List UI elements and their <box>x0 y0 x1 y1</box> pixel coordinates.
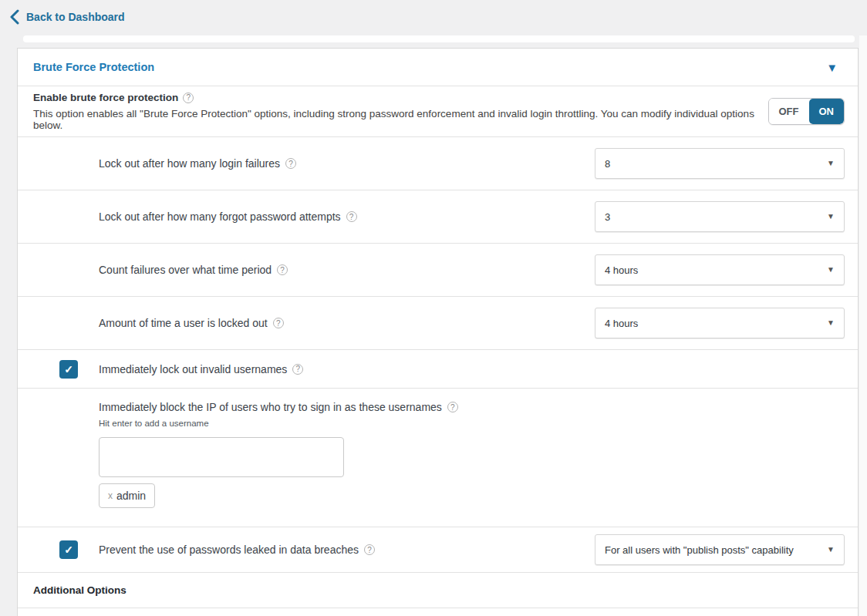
help-icon[interactable]: ? <box>292 364 303 375</box>
failure-time-period-row: Count failures over what time period ? 4… <box>18 244 858 297</box>
back-to-dashboard-link[interactable]: Back to Dashboard <box>9 9 125 25</box>
horizontal-scrollbar[interactable] <box>23 35 855 42</box>
select-caret-icon: ▼ <box>827 319 835 327</box>
collapse-caret-icon[interactable]: ▼ <box>826 62 838 73</box>
banned-usernames-input[interactable] <box>99 437 344 477</box>
help-icon[interactable]: ? <box>273 318 284 328</box>
back-link-label: Back to Dashboard <box>26 11 125 23</box>
remove-tag-icon[interactable]: x <box>108 490 113 501</box>
leaked-passwords-label: Prevent the use of passwords leaked in d… <box>99 544 359 556</box>
additional-options-title: Additional Options <box>33 584 127 596</box>
vertical-scrollbar[interactable] <box>859 35 867 616</box>
login-failures-value: 8 <box>605 158 610 170</box>
select-caret-icon: ▼ <box>827 546 835 554</box>
banned-usernames-row: Immediately block the IP of users who tr… <box>18 389 858 527</box>
enable-brute-force-row: Enable brute force protection ? This opt… <box>18 86 858 137</box>
enable-description: This option enables all "Brute Force Pro… <box>33 108 757 131</box>
forgot-password-attempts-row: Lock out after how many forgot password … <box>18 190 858 244</box>
brute-force-protection-panel: Brute Force Protection ▼ Enable brute fo… <box>17 48 859 616</box>
lockout-duration-select[interactable]: 4 hours ▼ <box>595 308 845 338</box>
failure-time-period-select[interactable]: 4 hours ▼ <box>595 254 845 285</box>
invalid-usernames-label: Immediately lock out invalid usernames <box>99 363 287 375</box>
help-icon[interactable]: ? <box>447 402 458 412</box>
failure-time-period-label: Count failures over what time period <box>99 264 272 276</box>
select-caret-icon: ▼ <box>827 160 835 167</box>
lockout-duration-row: Amount of time a user is locked out ? 4 … <box>18 297 858 350</box>
leaked-passwords-scope-value: For all users with "publish posts" capab… <box>605 544 794 556</box>
help-icon[interactable]: ? <box>183 93 194 103</box>
enable-toggle[interactable]: OFF ON <box>768 98 845 125</box>
additional-options-header[interactable]: Additional Options <box>18 573 858 608</box>
settings-page: Back to Dashboard Brute Force Protection… <box>0 0 867 616</box>
back-chevron-icon <box>9 9 19 25</box>
section-title: Brute Force Protection <box>33 61 154 73</box>
username-tag-label: admin <box>116 490 146 502</box>
lockout-duration-label: Amount of time a user is locked out <box>99 317 268 329</box>
forgot-password-attempts-select[interactable]: 3 ▼ <box>595 201 845 232</box>
forgot-password-attempts-label: Lock out after how many forgot password … <box>99 210 341 223</box>
toggle-off-button[interactable]: OFF <box>769 99 809 124</box>
help-icon[interactable]: ? <box>364 544 375 555</box>
select-caret-icon: ▼ <box>827 266 835 274</box>
failure-time-period-value: 4 hours <box>605 264 638 276</box>
help-icon[interactable]: ? <box>277 264 288 275</box>
help-icon[interactable]: ? <box>346 211 357 222</box>
enable-text-block: Enable brute force protection ? This opt… <box>33 92 768 131</box>
username-tag: x admin <box>99 483 155 508</box>
leaked-passwords-checkbox[interactable]: ✓ <box>59 540 78 559</box>
leaked-passwords-scope-select[interactable]: For all users with "publish posts" capab… <box>595 534 845 565</box>
login-failures-select[interactable]: 8 ▼ <box>595 148 845 179</box>
section-header[interactable]: Brute Force Protection ▼ <box>18 49 858 86</box>
invalid-usernames-checkbox[interactable]: ✓ <box>59 360 78 379</box>
banned-usernames-hint: Hit enter to add a username <box>99 419 845 428</box>
select-caret-icon: ▼ <box>827 213 835 220</box>
top-bar: Back to Dashboard <box>0 0 867 34</box>
leaked-passwords-row: ✓ Prevent the use of passwords leaked in… <box>18 527 858 573</box>
toggle-on-button[interactable]: ON <box>809 99 845 124</box>
check-icon: ✓ <box>64 544 73 555</box>
help-icon[interactable]: ? <box>285 158 296 169</box>
banned-usernames-label: Immediately block the IP of users who tr… <box>99 401 442 413</box>
check-icon: ✓ <box>64 364 73 375</box>
enable-label: Enable brute force protection <box>33 92 178 103</box>
lockout-duration-value: 4 hours <box>605 318 638 329</box>
invalid-usernames-row: ✓ Immediately lock out invalid usernames… <box>18 350 858 389</box>
forgot-password-attempts-value: 3 <box>605 211 610 223</box>
login-failures-label: Lock out after how many login failures <box>99 157 280 170</box>
login-failures-row: Lock out after how many login failures ?… <box>18 137 858 190</box>
